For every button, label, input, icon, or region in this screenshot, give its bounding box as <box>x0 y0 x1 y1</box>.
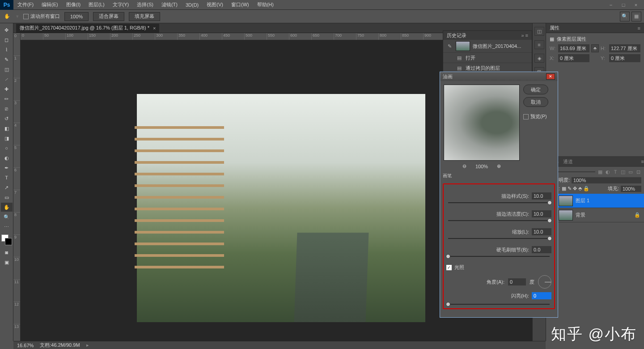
status-bar: 16.67% 文档:46.2M/90.9M ▸ <box>13 341 546 349</box>
layer-row[interactable]: 👁图层 1 <box>546 194 644 208</box>
menu-image[interactable]: 图像(I) <box>62 0 85 10</box>
edit-toolbar[interactable]: ⋯ <box>1 222 13 231</box>
zoom-tool[interactable]: 🔍 <box>1 213 13 221</box>
slider-value[interactable]: 0.0 <box>532 246 551 253</box>
path-tool[interactable]: ↗ <box>1 183 13 192</box>
lock-icon: 🔒 <box>634 212 640 218</box>
lighting-label: 光照 <box>454 264 464 271</box>
menu-layer[interactable]: 图层(L) <box>85 0 108 10</box>
properties-panel: ▦像素图层属性 W:163.69 厘米 ⬘ H:122.77 厘米 X:0 厘米… <box>546 33 644 67</box>
dock-icon[interactable]: ◫ <box>534 27 544 36</box>
fill-screen-button[interactable]: 填充屏幕 <box>129 12 160 21</box>
layer-name: 背景 <box>576 212 585 218</box>
crop-tool[interactable]: ◫ <box>1 65 13 74</box>
eraser-tool[interactable]: ◧ <box>1 124 13 133</box>
angle-label: 角度(A): <box>446 279 504 285</box>
preview-checkbox[interactable]: 预览(P) <box>523 113 548 120</box>
menu-3d[interactable]: 3D(D) <box>182 0 203 10</box>
tab-close-icon[interactable]: × <box>153 26 156 31</box>
gradient-tool[interactable]: ◨ <box>1 134 13 143</box>
app-logo: Ps <box>0 0 13 10</box>
shape-tool[interactable]: ▭ <box>1 193 13 202</box>
y-field[interactable]: 0 厘米 <box>609 54 640 62</box>
hand-tool-icon: ✋ <box>3 12 12 21</box>
history-item[interactable]: ▤打开 <box>443 53 532 63</box>
width-field[interactable]: 163.69 厘米 <box>558 44 589 52</box>
opacity-field[interactable]: 100% <box>572 177 641 183</box>
shine-field[interactable]: 0 <box>532 292 551 299</box>
brush-tool[interactable]: ✏ <box>1 94 13 103</box>
lasso-tool[interactable]: ⌇ <box>1 45 13 54</box>
menu-select[interactable]: 选择(S) <box>133 0 157 10</box>
watermark: 知乎 @小布 <box>551 324 637 345</box>
dock-icon[interactable]: ≡ <box>534 40 544 49</box>
menu-file[interactable]: 文件(F) <box>13 0 38 10</box>
workspace-icon[interactable]: ▦ <box>631 12 641 21</box>
slider-value[interactable]: 10.0 <box>532 228 551 235</box>
menu-text[interactable]: 文字(Y) <box>109 0 133 10</box>
filter-preview[interactable] <box>444 85 520 161</box>
stamp-tool[interactable]: ⎚ <box>1 104 13 113</box>
slider-value[interactable]: 10.0 <box>532 210 551 217</box>
menu-filter[interactable]: 滤镜(T) <box>157 0 182 10</box>
history-snapshot[interactable]: ✎微信图片_20170404... <box>443 40 532 53</box>
link-icon[interactable]: ⬘ <box>591 44 599 52</box>
height-field[interactable]: 122.77 厘米 <box>609 44 640 52</box>
window-maximize[interactable]: □ <box>617 1 630 9</box>
dialog-title: 油画 <box>443 73 453 80</box>
shine-slider[interactable] <box>446 302 450 306</box>
document-tab[interactable]: 微信图片_2017040420201​7.jpg @ 16.7% (图层 1, … <box>16 24 159 33</box>
angle-field[interactable]: 0 <box>508 278 526 285</box>
marquee-tool[interactable]: ◻ <box>1 35 13 44</box>
zoom-in-icon[interactable]: ⊕ <box>497 163 501 169</box>
status-zoom[interactable]: 16.67% <box>17 343 34 348</box>
layer-row[interactable]: 👁背景🔒 <box>546 208 644 222</box>
history-brush-tool[interactable]: ↺ <box>1 114 13 123</box>
shine-label: 闪亮(H): <box>446 293 529 299</box>
hand-tool[interactable]: ✋ <box>1 203 13 212</box>
window-close[interactable]: × <box>630 1 642 9</box>
color-swatches[interactable] <box>1 234 12 245</box>
menu-help[interactable]: 帮助(H) <box>253 0 278 10</box>
canvas-image <box>137 94 425 322</box>
fit-screen-button[interactable]: 适合屏幕 <box>93 12 124 21</box>
type-tool[interactable]: T <box>1 173 13 182</box>
slider-thumb[interactable] <box>547 218 552 223</box>
move-tool[interactable]: ✥ <box>1 26 13 34</box>
dialog-titlebar[interactable]: 油画 ✕ <box>440 72 558 81</box>
layer-thumbnail <box>559 196 573 206</box>
channels-tab[interactable]: 通道 <box>563 158 573 165</box>
cancel-button[interactable]: 取消 <box>523 97 548 107</box>
pen-tool[interactable]: ✒ <box>1 163 13 172</box>
history-panel: 历史记录» ≡ ✎微信图片_20170404... ▤打开 ▤通过拷贝的图层 <box>443 30 532 74</box>
history-title: 历史记录 <box>447 32 466 39</box>
menu-window[interactable]: 窗口(W) <box>227 0 253 10</box>
zoom-out-icon[interactable]: ⊖ <box>462 163 466 169</box>
properties-tab[interactable]: 属性≡ <box>546 23 644 33</box>
wand-tool[interactable]: ✎ <box>1 55 13 64</box>
slider-thumb[interactable] <box>547 200 552 205</box>
screenmode-tool[interactable]: ▣ <box>1 258 13 267</box>
slider-thumb[interactable] <box>547 236 552 241</box>
x-field[interactable]: 0 厘米 <box>558 54 589 62</box>
window-minimize[interactable]: − <box>605 1 617 9</box>
heal-tool[interactable]: ✚ <box>1 85 13 94</box>
eyedropper-tool[interactable]: ⟋ <box>1 75 13 84</box>
fill-field[interactable]: 100% <box>621 186 641 192</box>
ok-button[interactable]: 确定 <box>523 85 548 94</box>
search-icon[interactable]: 🔍 <box>620 12 630 21</box>
dock-icon[interactable]: ◈ <box>534 54 544 63</box>
slider-thumb[interactable] <box>446 254 450 259</box>
quickmask-tool[interactable]: ◙ <box>1 248 13 257</box>
blur-tool[interactable]: ○ <box>1 144 13 153</box>
angle-dial[interactable] <box>538 275 551 289</box>
slider-value[interactable]: 10.0 <box>532 192 551 200</box>
dodge-tool[interactable]: ◐ <box>1 153 13 162</box>
zoom-dropdown[interactable]: 100% <box>64 12 89 21</box>
menu-view[interactable]: 视图(V) <box>203 0 227 10</box>
scroll-all-checkbox[interactable]: 滚动所有窗口 <box>23 13 60 20</box>
dialog-close-button[interactable]: ✕ <box>546 73 555 80</box>
status-doc-size: 文档:46.2M/90.9M <box>40 342 80 349</box>
menu-edit[interactable]: 编辑(E) <box>38 0 62 10</box>
lighting-checkbox[interactable]: ✓ <box>446 265 452 270</box>
